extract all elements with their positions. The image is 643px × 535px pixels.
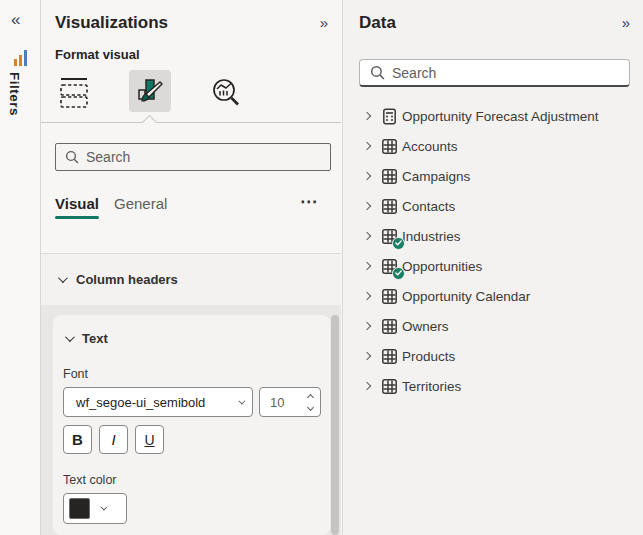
text-color-label: Text color	[63, 473, 117, 487]
table-tree-item[interactable]: Campaigns	[343, 161, 643, 191]
calculated-table-icon	[380, 107, 399, 126]
table-tree-item[interactable]: Industries	[343, 221, 643, 251]
visualizations-title: Visualizations	[55, 13, 168, 33]
more-options-icon[interactable]: ⋯	[300, 191, 319, 212]
data-pane: Data » Search	[342, 0, 643, 535]
table-name: Industries	[402, 229, 461, 244]
table-icon	[380, 137, 399, 156]
filters-pane-label[interactable]: Filters	[7, 72, 22, 116]
expand-chevron-icon[interactable]	[364, 353, 380, 359]
build-visual-button[interactable]	[53, 72, 95, 114]
stepper-up-icon[interactable]	[307, 393, 314, 400]
format-visual-heading: Format visual	[55, 47, 140, 62]
chevron-down-icon	[100, 504, 107, 511]
underline-button[interactable]: U	[135, 425, 164, 454]
font-label: Font	[63, 367, 88, 381]
table-name: Products	[402, 349, 455, 364]
bold-button[interactable]: B	[63, 425, 92, 454]
stepper-down-icon[interactable]	[307, 403, 314, 410]
expand-chevron-icon[interactable]	[364, 173, 380, 179]
analytics-button[interactable]	[206, 72, 248, 114]
selected-check-badge	[392, 267, 405, 280]
table-name: Campaigns	[402, 169, 470, 184]
table-tree-item[interactable]: Opportunity Calendar	[343, 281, 643, 311]
tab-visual[interactable]: Visual	[55, 195, 99, 212]
format-search-input[interactable]: Search	[55, 143, 331, 171]
expand-chevron-icon[interactable]	[364, 233, 380, 239]
tab-general[interactable]: General	[114, 195, 167, 212]
text-card-title: Text	[82, 331, 108, 346]
expand-chevron-icon[interactable]	[364, 263, 380, 269]
table-name: Opportunities	[402, 259, 482, 274]
table-tree-item[interactable]: Owners	[343, 311, 643, 341]
analytics-magnifier-icon	[211, 77, 243, 109]
table-tree-item[interactable]: Products	[343, 341, 643, 371]
collapse-visualizations-icon[interactable]: »	[320, 14, 328, 31]
table-icon	[380, 197, 399, 216]
chevron-down-icon	[238, 397, 245, 404]
chevron-down-icon	[58, 273, 68, 283]
filters-pane-collapsed: « Filters	[0, 0, 41, 535]
table-tree-item[interactable]: Territories	[343, 371, 643, 401]
filter-funnel-icon	[14, 50, 27, 66]
expand-chevron-icon[interactable]	[364, 323, 380, 329]
data-search-input[interactable]: Search	[359, 59, 630, 87]
font-size-input[interactable]: 10	[259, 387, 321, 417]
color-swatch	[69, 498, 90, 519]
italic-button[interactable]: I	[99, 425, 128, 454]
table-tree-item[interactable]: Contacts	[343, 191, 643, 221]
font-size-stepper[interactable]	[308, 395, 313, 410]
text-card-header[interactable]: Text	[65, 331, 108, 346]
search-placeholder: Search	[392, 65, 436, 81]
table-tree-item[interactable]: Accounts	[343, 131, 643, 161]
table-name: Contacts	[402, 199, 455, 214]
build-visual-icon	[59, 77, 89, 109]
font-family-dropdown[interactable]: wf_segoe-ui_semibold	[63, 387, 253, 417]
collapse-data-icon[interactable]: »	[622, 14, 630, 31]
format-visual-button[interactable]	[129, 70, 171, 112]
text-color-picker[interactable]	[63, 493, 127, 524]
expand-filters-icon[interactable]: «	[11, 10, 20, 30]
table-tree-item[interactable]: Opportunity Forecast Adjustment	[343, 101, 643, 131]
expand-chevron-icon[interactable]	[364, 143, 380, 149]
format-visual-icon	[136, 77, 164, 105]
table-name: Owners	[402, 319, 449, 334]
table-icon	[380, 167, 399, 186]
icons-divider	[41, 122, 341, 123]
table-name: Accounts	[402, 139, 458, 154]
table-tree-item[interactable]: Opportunities	[343, 251, 643, 281]
search-icon	[370, 65, 385, 80]
visualizations-pane: Visualizations » Format visual	[41, 0, 341, 535]
column-headers-label: Column headers	[76, 272, 178, 287]
text-card: Text Font wf_segoe-ui_semibold 10 B I U …	[53, 315, 330, 535]
font-size-value: 10	[270, 395, 308, 410]
column-headers-section[interactable]: Column headers	[41, 254, 341, 305]
table-name: Territories	[402, 379, 461, 394]
font-family-value: wf_segoe-ui_semibold	[76, 395, 238, 410]
search-placeholder: Search	[86, 149, 130, 165]
data-field-tree: Opportunity Forecast Adjustment	[343, 101, 643, 401]
expand-chevron-icon[interactable]	[364, 383, 380, 389]
table-name: Opportunity Forecast Adjustment	[402, 109, 599, 124]
search-icon	[65, 150, 79, 164]
table-icon	[380, 287, 399, 306]
expand-chevron-icon[interactable]	[364, 203, 380, 209]
expand-chevron-icon[interactable]	[364, 113, 380, 119]
table-icon	[380, 347, 399, 366]
vertical-scrollbar[interactable]	[331, 315, 339, 535]
table-icon	[380, 377, 399, 396]
selected-check-badge	[392, 237, 405, 250]
table-icon	[380, 317, 399, 336]
data-pane-title: Data	[359, 13, 396, 33]
chevron-down-icon	[65, 332, 75, 342]
expand-chevron-icon[interactable]	[364, 293, 380, 299]
table-name: Opportunity Calendar	[402, 289, 530, 304]
selected-icon-notch	[142, 115, 158, 131]
